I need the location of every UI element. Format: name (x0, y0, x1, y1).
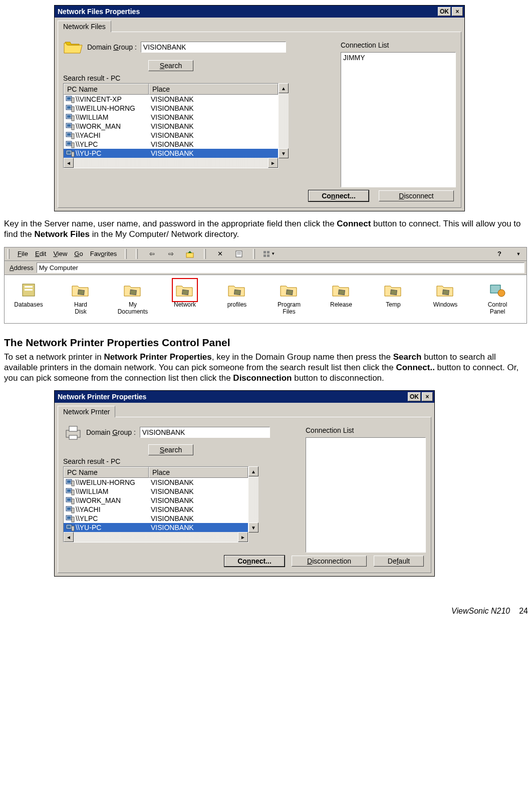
col-pc-name[interactable]: PC Name (64, 84, 149, 95)
scroll-corner (279, 158, 289, 168)
forward-button[interactable]: ⇨ (165, 248, 177, 259)
folder-item-control-panel[interactable]: ControlPanel (477, 281, 517, 315)
search-result-label: Search result - PC (63, 457, 296, 465)
folder-item-temp[interactable]: Temp (373, 281, 413, 315)
list-row[interactable]: \\WORK_MANVISIONBANK (64, 496, 248, 505)
svg-rect-35 (234, 290, 241, 295)
menu-file[interactable]: File (18, 250, 28, 257)
svg-rect-14 (72, 134, 74, 139)
scroll-up-button[interactable]: ▲ (248, 466, 258, 476)
disconnect-button[interactable]: Disconnect (379, 190, 454, 201)
folder-item-my-documents[interactable]: MyDocuments (113, 281, 153, 315)
connection-list-label: Connection List (341, 41, 456, 49)
ok-button[interactable]: OK (408, 392, 421, 401)
list-row[interactable]: \\WEILUN-HORNGVISIONBANK (64, 104, 278, 113)
scroll-right-button[interactable]: ► (268, 158, 278, 168)
search-button[interactable]: Search (148, 60, 193, 71)
folder-view[interactable]: DatabasesHardDiskMyDocumentsNetworkprofi… (5, 275, 526, 323)
connection-list[interactable] (306, 437, 426, 553)
scroll-up-button[interactable]: ▲ (279, 83, 289, 93)
svg-rect-5 (72, 107, 74, 112)
folder-item-hard-disk[interactable]: HardDisk (61, 281, 101, 315)
col-place[interactable]: Place (149, 84, 278, 95)
vscroll-track[interactable] (279, 93, 289, 148)
titlebar[interactable]: Network Files Properties OK × (55, 6, 464, 18)
views-button[interactable]: ▼ (263, 248, 275, 259)
svg-rect-31 (25, 289, 33, 291)
folder-item-program-files[interactable]: ProgramFiles (269, 281, 309, 315)
connect-button[interactable]: Connect... (224, 556, 285, 567)
list-row[interactable]: \\VINCENT-XPVISIONBANK (64, 95, 278, 104)
list-row[interactable]: \\WILLIAMVISIONBANK (64, 113, 278, 122)
delete-button[interactable]: ✕ (214, 248, 226, 259)
folder-item-profiles[interactable]: profiles (217, 281, 257, 315)
help-button[interactable]: ? (493, 248, 505, 259)
grip-icon (136, 249, 138, 259)
dropdown-icon[interactable]: ▼ (512, 248, 524, 259)
scroll-down-button[interactable]: ▼ (279, 148, 289, 158)
tab-network-printer[interactable]: Network Prnter (58, 406, 115, 417)
list-row[interactable]: \\YLPCVISIONBANK (64, 514, 248, 523)
address-field[interactable]: My Computer (37, 262, 524, 273)
disconnection-button[interactable]: Disconnection (292, 556, 367, 567)
folder-item-release[interactable]: Release (321, 281, 361, 315)
properties-button[interactable] (233, 248, 245, 259)
domain-group-input[interactable]: VISIONBANK (140, 427, 270, 438)
svg-rect-52 (67, 498, 71, 501)
svg-rect-61 (67, 525, 71, 528)
svg-rect-20 (72, 152, 74, 157)
connection-list-item[interactable]: JIMMY (343, 54, 453, 62)
svg-rect-7 (67, 115, 71, 118)
domain-group-input[interactable]: VISIONBANK (141, 42, 286, 53)
grip-icon (8, 249, 10, 259)
close-button[interactable]: × (452, 7, 463, 16)
svg-rect-28 (267, 254, 270, 257)
connection-list[interactable]: JIMMY (341, 52, 456, 187)
connection-list-label: Connection List (306, 426, 426, 434)
scroll-left-button[interactable]: ◄ (64, 158, 74, 168)
tab-network-files[interactable]: Network Files (58, 21, 111, 32)
svg-rect-8 (72, 116, 74, 121)
network-files-dialog: Network Files Properties OK × Network Fi… (54, 5, 465, 211)
vscroll-track[interactable] (248, 476, 258, 522)
menu-go[interactable]: Go (74, 250, 83, 257)
search-button[interactable]: Search (148, 444, 193, 455)
folder-item-windows[interactable]: Windows (425, 281, 465, 315)
col-place[interactable]: Place (149, 467, 248, 478)
svg-rect-44 (69, 435, 77, 439)
ok-button[interactable]: OK (438, 7, 451, 16)
paragraph-2: To set a network printer in Network Prin… (4, 352, 528, 384)
list-row[interactable]: \\WILLIAMVISIONBANK (64, 487, 248, 496)
scroll-left-button[interactable]: ◄ (64, 532, 74, 542)
menu-view[interactable]: View (53, 250, 67, 257)
folder-item-network[interactable]: Network (165, 281, 205, 315)
menu-edit[interactable]: Edit (35, 250, 46, 257)
search-result-list[interactable]: PC Name Place \\VINCENT-XPVISIONBANK\\WE… (63, 83, 279, 168)
list-row[interactable]: \\YU-PCVISIONBANK (64, 149, 278, 158)
back-button[interactable]: ⇦ (146, 248, 158, 259)
menu-favorites[interactable]: Favorites (90, 250, 117, 257)
connect-button[interactable]: Connect... (309, 190, 369, 201)
search-result-list[interactable]: PC Name Place \\WEILUN-HORNGVISIONBANK\\… (63, 466, 248, 543)
svg-rect-27 (263, 254, 266, 257)
scroll-down-button[interactable]: ▼ (248, 522, 258, 533)
list-row[interactable]: \\WORK_MANVISIONBANK (64, 122, 278, 131)
col-pc-name[interactable]: PC Name (64, 467, 149, 478)
close-button[interactable]: × (422, 392, 433, 401)
hscroll-track[interactable] (74, 532, 238, 542)
svg-point-41 (498, 290, 505, 297)
titlebar[interactable]: Network Printer Properties OK × (55, 391, 434, 403)
domain-group-label: Domain Group : (87, 43, 137, 51)
hscroll-track[interactable] (74, 158, 268, 168)
list-row[interactable]: \\WEILUN-HORNGVISIONBANK (64, 478, 248, 487)
folder-item-databases[interactable]: Databases (9, 281, 49, 315)
list-row[interactable]: \\YU-PCVISIONBANK (64, 523, 248, 532)
domain-group-label: Domain Group : (86, 428, 136, 436)
list-row[interactable]: \\YACHIVISIONBANK (64, 131, 278, 140)
up-button[interactable] (184, 248, 196, 259)
printer-icon (63, 423, 83, 441)
list-row[interactable]: \\YACHIVISIONBANK (64, 505, 248, 514)
scroll-right-button[interactable]: ► (238, 532, 248, 542)
default-button[interactable]: Default (374, 556, 424, 567)
list-row[interactable]: \\YLPCVISIONBANK (64, 140, 278, 149)
